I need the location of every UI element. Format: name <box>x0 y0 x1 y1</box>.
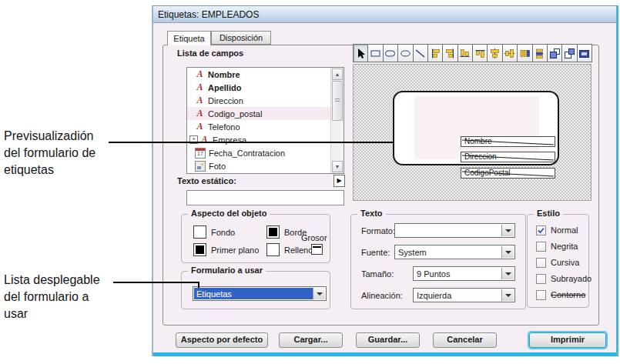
list-scrollbar[interactable]: ▲ ▼ <box>330 68 344 173</box>
preview-field-nombre: Nombre <box>461 136 555 147</box>
select-cursor-button[interactable] <box>353 44 368 62</box>
list-item[interactable]: 17 Fecha_Contratacion <box>187 146 344 159</box>
chevron-down-icon <box>505 251 511 254</box>
callout-preview-line1: Previsualizadión <box>4 128 96 145</box>
distribute-horizontal-button[interactable] <box>517 44 532 62</box>
list-item[interactable]: A Direccion <box>187 94 344 107</box>
tamano-combobox[interactable]: 9 Puntos <box>413 266 515 281</box>
formulario-combobox[interactable]: Etiquetas <box>193 286 327 301</box>
align-center-horizontal-button[interactable] <box>487 44 502 62</box>
normal-label: Normal <box>551 225 578 235</box>
subrayado-label: Subrayado <box>551 274 592 283</box>
negrita-checkbox[interactable] <box>536 242 546 252</box>
callout-preview-line <box>109 142 394 143</box>
dialog-title: Etiquetas: EMPLEADOS <box>153 9 259 20</box>
bring-to-front-button[interactable] <box>547 44 562 62</box>
tamano-combobox-value: 9 Puntos <box>414 268 501 279</box>
negrita-label: Negrita <box>551 242 578 251</box>
cargar-button[interactable]: Cargar... <box>279 332 343 348</box>
list-item[interactable]: A Codigo_postal <box>187 107 344 120</box>
alineacion-combobox-value: Izquierda <box>414 289 501 301</box>
field-line <box>461 152 555 162</box>
subrayado-checkbox[interactable] <box>536 274 546 284</box>
guardar-button[interactable]: Guardar... <box>356 332 420 348</box>
align-center-vertical-button[interactable] <box>502 44 518 62</box>
callout-preview-line3: etiquetas <box>4 162 96 179</box>
line-tool-button[interactable] <box>413 44 428 62</box>
size-to-fit-icon <box>578 48 590 59</box>
check-icon <box>537 226 545 235</box>
preview-field-codigopostal: CodigoPostal <box>461 168 555 179</box>
expand-static-text-button[interactable]: ▶ <box>333 175 345 187</box>
relleno-swatch[interactable] <box>266 243 280 256</box>
list-item[interactable]: A Telefono <box>187 120 344 133</box>
tab-disposicion[interactable]: Disposición <box>211 31 271 45</box>
cursiva-checkbox[interactable] <box>536 258 546 268</box>
line-tool-icon <box>414 48 426 59</box>
fuente-combobox[interactable]: System <box>394 245 515 259</box>
list-item-label: Codigo_postal <box>208 109 262 119</box>
alineacion-combobox-button[interactable] <box>501 289 514 301</box>
cancelar-button[interactable]: Cancelar <box>433 332 497 348</box>
group-estilo-title: Estilo <box>534 209 563 218</box>
grosor-swatch[interactable] <box>311 244 323 255</box>
align-top-icon <box>474 48 486 59</box>
borde-swatch[interactable] <box>266 225 280 239</box>
formato-combobox-button[interactable] <box>501 225 514 236</box>
rounded-rectangle-tool-button[interactable] <box>383 44 398 62</box>
cursiva-label: Cursiva <box>551 258 579 267</box>
drawing-toolbar <box>353 44 592 62</box>
formato-combobox[interactable] <box>394 223 515 238</box>
distribute-vertical-button[interactable] <box>532 44 548 62</box>
tamano-label: Tamaño: <box>361 269 394 279</box>
align-top-button[interactable] <box>472 44 488 62</box>
align-left-button[interactable] <box>427 44 443 62</box>
list-item[interactable]: A Nombre <box>187 68 344 81</box>
primer-plano-swatch[interactable] <box>193 243 206 256</box>
scroll-down-icon[interactable]: ▼ <box>332 161 343 172</box>
align-center-vertical-icon <box>504 48 515 59</box>
send-to-back-button[interactable] <box>561 44 577 62</box>
alineacion-combobox[interactable]: Izquierda <box>413 288 515 302</box>
ellipse-tool-button[interactable] <box>397 44 413 62</box>
align-left-icon <box>430 48 441 59</box>
title-bar[interactable]: Etiquetas: EMPLEADOS <box>153 6 616 23</box>
fuente-combobox-button[interactable] <box>501 246 514 258</box>
list-item[interactable]: Foto <box>187 159 344 172</box>
group-aspecto-title: Aspecto del objeto <box>188 209 270 218</box>
imprimir-button[interactable]: Imprimir <box>529 332 606 348</box>
fondo-swatch[interactable] <box>193 225 206 239</box>
list-item[interactable]: + A Empresa <box>187 133 344 146</box>
label-preview-area: Nombre Direccion CodigoPostal <box>353 64 592 201</box>
callout-dropdown: Lista desplegable del formulario a usar <box>4 272 100 322</box>
align-right-button[interactable] <box>442 44 457 62</box>
align-bottom-button[interactable] <box>457 44 473 62</box>
list-item[interactable]: A Apellido <box>187 81 344 94</box>
static-text-label: Texto estático: <box>177 176 236 185</box>
chevron-down-icon <box>505 294 511 297</box>
label-preview-card: Nombre Direccion CodigoPostal <box>393 91 559 165</box>
list-item-label: Fecha_Contratacion <box>209 149 285 158</box>
label-preview-inner <box>414 96 539 159</box>
field-list[interactable]: A Nombre A Apellido A Direccion A Codigo… <box>186 67 344 174</box>
list-item-label: Nombre <box>208 70 240 79</box>
grosor-label: Grosor <box>301 233 327 242</box>
primer-plano-label: Primer plano <box>211 245 259 255</box>
scroll-up-icon[interactable]: ▲ <box>332 68 343 80</box>
tamano-combobox-button[interactable] <box>501 268 514 279</box>
aspecto-por-defecto-button[interactable]: Aspecto por defecto <box>176 332 268 348</box>
text-field-icon: A <box>195 95 205 106</box>
scrollbar-thumb[interactable] <box>332 81 343 121</box>
contorno-checkbox[interactable] <box>536 290 546 300</box>
tab-disposicion-label: Disposición <box>220 33 263 42</box>
field-list-label: Lista de campos <box>177 48 243 58</box>
tab-etiqueta[interactable]: Etiqueta <box>167 31 211 45</box>
rectangle-tool-button[interactable] <box>367 44 383 62</box>
size-to-fit-button[interactable] <box>577 44 592 62</box>
calendar-icon: 17 <box>195 148 206 159</box>
static-text-input[interactable] <box>186 190 344 205</box>
normal-checkbox[interactable] <box>536 225 546 235</box>
align-bottom-icon <box>459 48 471 59</box>
text-field-icon: A <box>195 121 205 132</box>
formulario-combobox-button[interactable] <box>313 288 325 299</box>
